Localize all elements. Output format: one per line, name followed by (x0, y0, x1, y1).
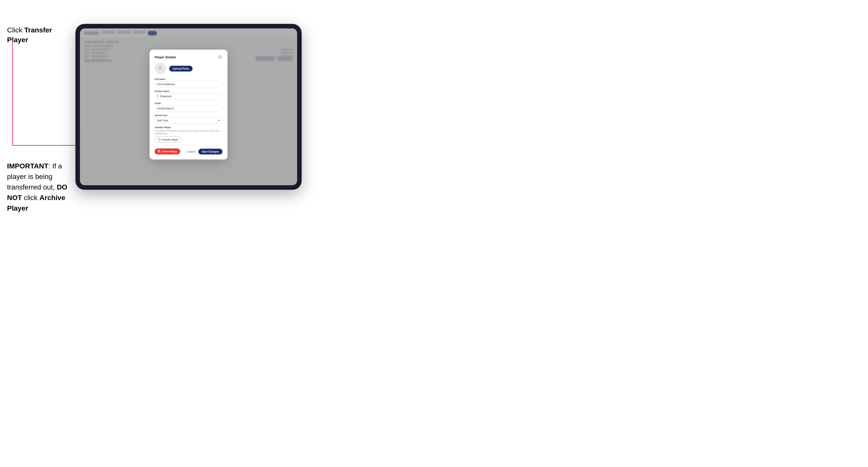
instruction-area: Click Transfer Player (7, 25, 75, 45)
player-details-modal: Player Details × (150, 50, 227, 160)
modal-header: Player Details × (155, 55, 222, 59)
modal-overlay: Player Details × (80, 28, 297, 185)
tablet-device: Update Roster (75, 24, 302, 190)
click-instruction: Click Transfer Player (7, 25, 75, 45)
upload-photo-button[interactable]: Upload Photo (169, 66, 192, 71)
annotation-vertical-line (12, 40, 13, 146)
full-name-input[interactable] (155, 81, 222, 88)
transfer-icon (158, 138, 161, 141)
display-name-group: Display Name (155, 90, 222, 99)
full-name-group: Full Name (155, 78, 222, 88)
display-name-label: Display Name (155, 90, 222, 93)
transfer-player-button[interactable]: Transfer Player (155, 136, 182, 143)
transfer-section-label: Transfer Player (155, 126, 222, 129)
avatar (155, 63, 166, 74)
save-changes-button[interactable]: Save Changes (198, 149, 222, 154)
footer-right-actions: Cancel Save Changes (186, 149, 222, 154)
important-label: IMPORTANT (7, 162, 48, 170)
full-name-label: Full Name (155, 78, 222, 81)
tablet-screen: Update Roster (80, 28, 297, 185)
archive-player-button[interactable]: Archive Player (155, 149, 180, 155)
archive-player-label: Archive Player (161, 150, 177, 153)
school-year-group: School Year Sixth Year (155, 114, 222, 124)
cancel-button[interactable]: Cancel (186, 149, 196, 154)
email-group: Email (155, 102, 222, 112)
bottom-instruction: IMPORTANT: If a player is being transfer… (7, 161, 75, 214)
school-year-label: School Year (155, 114, 222, 117)
email-label: Email (155, 102, 222, 104)
school-year-select[interactable]: Sixth Year (155, 117, 222, 124)
avatar-row: Upload Photo (155, 63, 222, 74)
avatar-icon (158, 65, 163, 72)
archive-icon (158, 150, 160, 153)
svg-rect-1 (158, 150, 160, 151)
transfer-player-label: Transfer Player (162, 138, 178, 141)
email-input[interactable] (155, 105, 222, 112)
display-name-input[interactable] (155, 93, 222, 99)
modal-footer: Archive Player Cancel Save Changes (155, 146, 222, 155)
modal-close-button[interactable]: × (218, 55, 222, 59)
modal-title: Player Details (155, 55, 176, 59)
transfer-section: Transfer Player If this player has moved… (155, 126, 222, 143)
transfer-description: If this player has moved to another scho… (155, 129, 222, 135)
